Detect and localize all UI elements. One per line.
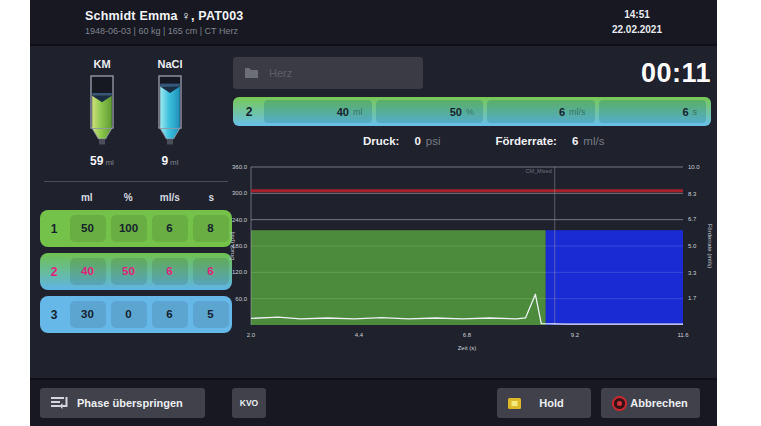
phase-duration: 6 <box>193 258 229 285</box>
syringe-nacl-volume: 9ml <box>141 154 199 168</box>
skip-phase-label: Phase überspringen <box>77 397 183 409</box>
phase-duration: 5 <box>193 301 229 328</box>
svg-text:300.0: 300.0 <box>232 190 248 196</box>
divider <box>44 181 228 182</box>
svg-text:60.0: 60.0 <box>235 296 247 302</box>
syringe-panel: KM 59ml NaCl <box>40 56 232 339</box>
col-header-percent: % <box>108 192 150 203</box>
skip-phase-button[interactable]: Phase überspringen <box>40 388 205 418</box>
current-phase-percent: 50 % <box>376 100 484 123</box>
live-readouts: Druck: 0 psi Förderrate: 6 ml/s <box>233 135 711 147</box>
svg-text:Druck (psi): Druck (psi) <box>229 231 235 260</box>
cancel-button[interactable]: Abbrechen <box>601 388 700 418</box>
phase-flow: 6 <box>152 215 188 242</box>
patient-info: Schmidt Emma ♀, PAT003 1948-06-03 | 60 k… <box>85 9 244 36</box>
injector-app: Schmidt Emma ♀, PAT003 1948-06-03 | 60 k… <box>30 0 717 426</box>
syringe-nacl-volume-value: 9 <box>161 154 168 168</box>
header-bar: Schmidt Emma ♀, PAT003 1948-06-03 | 60 k… <box>30 0 717 46</box>
chart-area: CM_Mixed360.0300.0240.0180.0120.060.010.… <box>227 158 711 358</box>
syringe-km-volume-unit: ml <box>105 158 113 167</box>
syringe-nacl-label: NaCl <box>141 58 199 70</box>
patient-details: 1948-06-03 | 60 kg | 165 cm | CT Herz <box>85 26 244 36</box>
main-area: KM 59ml NaCl <box>30 46 717 378</box>
phase-number: 2 <box>41 265 67 279</box>
clock-time: 14:51 <box>612 7 662 22</box>
kvo-label: KVO <box>240 398 258 408</box>
svg-text:10.0: 10.0 <box>688 164 700 170</box>
flowrate-label: Förderrate: <box>496 135 557 147</box>
svg-text:9.2: 9.2 <box>571 332 580 338</box>
syringe-km-volume-value: 59 <box>90 154 103 168</box>
phase-percent: 50 <box>111 258 147 285</box>
injection-chart: CM_Mixed360.0300.0240.0180.0120.060.010.… <box>227 158 713 354</box>
phase-ml: 40 <box>70 258 106 285</box>
current-phase-number: 2 <box>236 105 262 119</box>
current-phase-flowrate: 6 ml/s <box>487 100 595 123</box>
patient-name: Schmidt Emma ♀, PAT003 <box>85 9 244 23</box>
col-header-flow: ml/s <box>149 192 191 203</box>
protocol-button[interactable]: Herz <box>233 57 423 89</box>
pressure-value: 0 <box>414 135 420 147</box>
syringe-km-label: KM <box>73 58 131 70</box>
phase-ml: 30 <box>70 301 106 328</box>
svg-text:Förderrate (ml/s): Förderrate (ml/s) <box>707 224 713 269</box>
folder-icon <box>244 67 259 79</box>
svg-text:120.0: 120.0 <box>232 269 248 275</box>
svg-text:11.6: 11.6 <box>677 332 689 338</box>
protocol-name: Herz <box>269 67 292 79</box>
phase-ml: 50 <box>70 215 106 242</box>
phase-row-1[interactable]: 1 50 100 6 8 <box>40 210 232 247</box>
injection-panel: Herz 00:11 2 40 ml 50 % 6 ml/s <box>233 56 711 358</box>
elapsed-timer: 00:11 <box>641 58 711 89</box>
phase-row-3[interactable]: 3 30 0 6 5 <box>40 296 232 333</box>
phase-flow: 6 <box>152 301 188 328</box>
svg-text:5.0: 5.0 <box>688 243 697 249</box>
cancel-stop-icon <box>611 395 628 412</box>
phase-table: ml % ml/s s 1 50 100 6 8 2 40 50 6 <box>40 192 232 333</box>
svg-text:360.0: 360.0 <box>232 164 248 170</box>
syringe-nacl-graphic <box>141 74 199 152</box>
col-header-ml: ml <box>66 192 108 203</box>
svg-text:6.8: 6.8 <box>463 332 472 338</box>
syringe-row: KM 59ml NaCl <box>40 56 232 168</box>
current-phase-duration: 6 s <box>599 100 707 123</box>
phase-row-2-active[interactable]: 2 40 50 6 6 <box>40 253 232 290</box>
col-header-seconds: s <box>191 192 233 203</box>
syringe-nacl-volume-unit: ml <box>170 158 178 167</box>
cancel-label: Abbrechen <box>628 397 690 409</box>
syringe-km-graphic <box>73 74 131 152</box>
svg-text:240.0: 240.0 <box>232 217 248 223</box>
datetime: 14:51 22.02.2021 <box>612 7 662 37</box>
phase-number: 3 <box>41 308 67 322</box>
flowrate-unit: ml/s <box>583 135 604 147</box>
svg-text:8.3: 8.3 <box>688 191 697 197</box>
phase-table-header: ml % ml/s s <box>40 192 232 203</box>
svg-text:6.7: 6.7 <box>688 216 697 222</box>
syringe-km-volume: 59ml <box>73 154 131 168</box>
svg-text:Zeit (s): Zeit (s) <box>458 345 477 351</box>
current-phase-volume: 40 ml <box>264 100 372 123</box>
svg-text:1.7: 1.7 <box>688 295 697 301</box>
kvo-button[interactable]: KVO <box>232 388 266 418</box>
current-phase-bar: 2 40 ml 50 % 6 ml/s 6 s <box>233 97 711 126</box>
hold-pause-icon <box>507 397 522 410</box>
svg-text:2.0: 2.0 <box>247 332 256 338</box>
syringe-nacl[interactable]: NaCl 9ml <box>141 58 199 168</box>
hold-label: Hold <box>522 397 581 409</box>
svg-text:CM_Mixed: CM_Mixed <box>525 168 551 174</box>
syringe-km[interactable]: KM 59ml <box>73 58 131 168</box>
hold-button[interactable]: Hold <box>497 388 591 418</box>
svg-text:3.3: 3.3 <box>688 270 697 276</box>
phase-percent: 0 <box>111 301 147 328</box>
phase-number: 1 <box>41 222 67 236</box>
footer-bar: Phase überspringen KVO Hold Abbrechen <box>30 378 717 426</box>
phase-percent: 100 <box>111 215 147 242</box>
phase-flow: 6 <box>152 258 188 285</box>
skip-phase-icon <box>50 396 68 410</box>
svg-text:4.4: 4.4 <box>355 332 364 338</box>
pressure-label: Druck: <box>363 135 399 147</box>
pressure-unit: psi <box>426 135 441 147</box>
clock-date: 22.02.2021 <box>612 22 662 37</box>
phase-duration: 8 <box>193 215 229 242</box>
flowrate-value: 6 <box>572 135 578 147</box>
